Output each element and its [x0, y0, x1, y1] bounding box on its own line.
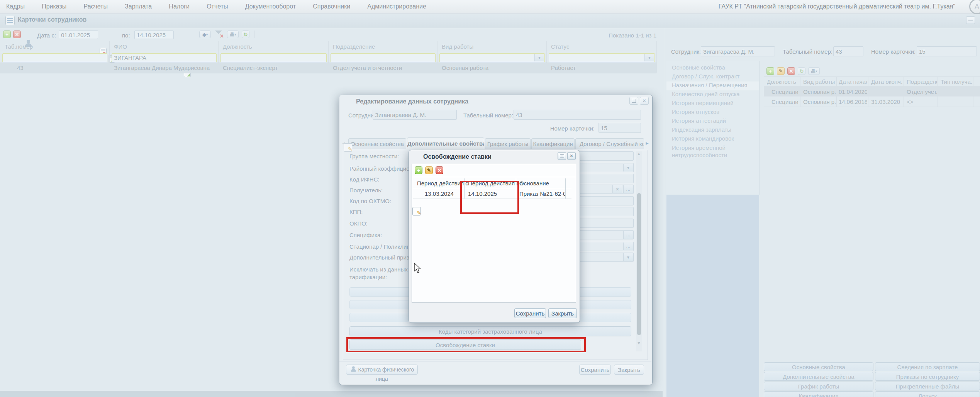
grid-divider — [565, 178, 566, 198]
window-maximize-icon[interactable] — [558, 152, 566, 160]
add-record-button[interactable]: + — [415, 166, 422, 174]
highlight-rect-rate-exemption — [346, 337, 586, 352]
exemption-save-button[interactable]: Сохранить — [514, 308, 546, 318]
highlight-rect-period-to — [460, 181, 519, 214]
application-window: Кадры Приказы Расчеты Зарплата Налоги От… — [0, 0, 980, 397]
exemption-dialog-title: Освобождение ставки — [423, 153, 492, 160]
exemption-cell-basis: Приказ №21-62-02... — [519, 190, 565, 197]
edit-record-icon[interactable]: ✎ — [425, 166, 433, 174]
exemption-close-button[interactable]: Закрыть — [548, 308, 577, 318]
exemption-cell-from: 13.03.2024 — [425, 190, 454, 197]
toolbar-divider — [412, 177, 576, 177]
window-close-icon[interactable]: ✕ — [567, 152, 576, 160]
edit-document-icon — [412, 207, 421, 215]
exemption-col-basis[interactable]: Основание — [519, 180, 549, 187]
delete-record-button[interactable]: ✕ — [436, 166, 443, 174]
mouse-cursor-icon — [412, 263, 422, 273]
